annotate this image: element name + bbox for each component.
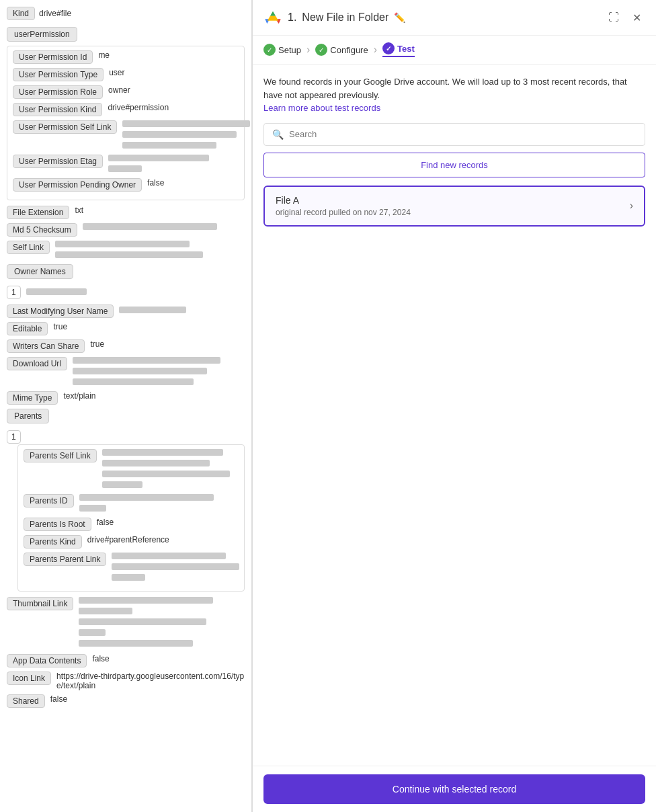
- learn-more-link[interactable]: Learn more about test records: [263, 103, 380, 113]
- icon-link-value: https://drive-thirdparty.googleuserconte…: [56, 672, 245, 690]
- user-permission-role-row: User Permission Role owner: [13, 85, 239, 99]
- user-permission-self-link-row: User Permission Self Link: [13, 120, 239, 151]
- step-test-label: Test: [397, 44, 415, 54]
- mime-type-value: text/plain: [63, 391, 95, 401]
- google-drive-logo: [263, 8, 282, 27]
- user-permission-role-value: owner: [108, 85, 130, 95]
- continue-button[interactable]: Continue with selected record: [263, 774, 645, 804]
- edit-icon[interactable]: ✏️: [394, 12, 405, 23]
- user-permission-kind-value: drive#permission: [108, 103, 169, 112]
- kind-value: drive#file: [39, 9, 71, 18]
- parents-kind-row: Parents Kind drive#parentReference: [24, 535, 239, 549]
- thumbnail-link-value: [79, 597, 213, 649]
- parents-is-root-label: Parents Is Root: [24, 518, 91, 531]
- self-link-label: Self Link: [7, 241, 50, 254]
- user-permission-kind-row: User Permission Kind drive#permission: [13, 103, 239, 116]
- owner-index: 1: [7, 286, 21, 299]
- record-card[interactable]: File A original record pulled on nov 27,…: [263, 186, 645, 227]
- shared-value: false: [50, 694, 67, 704]
- parents-tag: Parents: [7, 409, 49, 423]
- md5-label: Md 5 Checksum: [7, 223, 77, 237]
- parents-id-value: [79, 494, 214, 514]
- info-text: We found records in your Google Drive ac…: [263, 75, 645, 115]
- parents-index-row: 1 Parents Self Link Parents ID: [7, 432, 245, 592]
- parents-inner: Parents Self Link Parents ID: [17, 444, 245, 592]
- user-permission-kind-label: User Permission Kind: [13, 103, 102, 116]
- user-permission-section-tag: userPermission: [7, 27, 77, 42]
- icon-link-row: Icon Link https://drive-thirdparty.googl…: [7, 672, 245, 690]
- user-permission-id-row: User Permission Id me: [13, 50, 239, 64]
- user-permission-type-label: User Permission Type: [13, 68, 104, 81]
- writers-can-share-value: true: [90, 339, 104, 349]
- md5-row: Md 5 Checksum: [7, 223, 245, 237]
- app-data-row: App Data Contents false: [7, 654, 245, 667]
- app-data-value: false: [92, 654, 109, 663]
- writers-can-share-label: Writers Can Share: [7, 339, 85, 353]
- parents-id-row: Parents ID: [24, 494, 239, 514]
- steps-bar: ✓ Setup › ✓ Configure › ✓ Test: [253, 36, 656, 65]
- search-box: 🔍: [263, 123, 645, 146]
- step-setup: ✓ Setup: [263, 44, 301, 56]
- last-modifying-label: Last Modifying User Name: [7, 304, 114, 318]
- step-test: ✓ Test: [382, 42, 415, 57]
- file-extension-value: txt: [75, 206, 83, 215]
- parents-parent-link-value: [112, 553, 239, 583]
- kind-label: Kind: [7, 7, 35, 20]
- parents-id-label: Parents ID: [24, 494, 74, 508]
- download-url-row: Download Url: [7, 357, 245, 387]
- user-permission-etag-label: User Permission Etag: [13, 155, 103, 168]
- modal-content: We found records in your Google Drive ac…: [253, 65, 656, 766]
- owner-names-tag: Owner Names: [7, 264, 73, 279]
- parents-is-root-row: Parents Is Root false: [24, 518, 239, 531]
- self-link-row: Self Link: [7, 241, 245, 260]
- parents-index: 1: [7, 430, 21, 444]
- thumbnail-link-row: Thumbnail Link: [7, 597, 245, 649]
- parents-self-link-value: [102, 449, 230, 490]
- search-input[interactable]: [289, 129, 637, 139]
- step-divider-2: ›: [374, 44, 377, 56]
- shared-label: Shared: [7, 694, 45, 708]
- modal-title-row: 1. New File in Folder ✏️: [263, 8, 405, 27]
- download-url-value: [73, 357, 220, 387]
- shared-row: Shared false: [7, 694, 245, 708]
- thumbnail-link-label: Thumbnail Link: [7, 597, 73, 610]
- find-new-records-button[interactable]: Find new records: [263, 153, 645, 177]
- app-data-label: App Data Contents: [7, 654, 87, 667]
- parents-block: Parents 1 Parents Self Link Parents ID: [7, 409, 245, 592]
- owner-names-block: Owner Names 1: [7, 264, 245, 299]
- modal-step: 1.: [288, 11, 296, 24]
- mime-type-label: Mime Type: [7, 391, 58, 405]
- editable-row: Editable true: [7, 322, 245, 335]
- editable-label: Editable: [7, 322, 48, 335]
- record-name: File A: [276, 195, 411, 206]
- kind-row: Kind drive#file: [7, 7, 245, 20]
- user-permission-block: User Permission Id me User Permission Ty…: [7, 46, 245, 200]
- user-permission-id-value: me: [98, 50, 110, 60]
- self-link-value: [55, 241, 203, 260]
- mime-type-row: Mime Type text/plain: [7, 391, 245, 405]
- icon-link-label: Icon Link: [7, 672, 51, 685]
- step-divider-1: ›: [306, 44, 310, 56]
- download-url-label: Download Url: [7, 357, 67, 370]
- modal-title-text: New File in Folder: [302, 11, 388, 24]
- parents-self-link-label: Parents Self Link: [24, 449, 97, 462]
- user-permission-id-label: User Permission Id: [13, 50, 93, 64]
- user-permission-self-link-label: User Permission Self Link: [13, 120, 117, 134]
- close-button[interactable]: ✕: [628, 10, 645, 26]
- parents-is-root-value: false: [97, 518, 114, 527]
- record-info: File A original record pulled on nov 27,…: [276, 195, 411, 217]
- expand-button[interactable]: ⛶: [604, 10, 623, 25]
- editable-value: true: [53, 322, 67, 331]
- user-permission-self-link-value: [122, 120, 250, 151]
- modal-actions: ⛶ ✕: [604, 10, 645, 26]
- parents-parent-link-row: Parents Parent Link: [24, 553, 239, 583]
- parents-self-link-row: Parents Self Link: [24, 449, 239, 490]
- step-configure: ✓ Configure: [315, 44, 368, 56]
- record-meta: original record pulled on nov 27, 2024: [276, 208, 411, 217]
- step-test-check: ✓: [382, 42, 395, 54]
- step-configure-label: Configure: [330, 45, 368, 55]
- user-permission-type-value: user: [109, 68, 124, 77]
- step-configure-check: ✓: [315, 44, 327, 56]
- parents-kind-label: Parents Kind: [24, 535, 82, 549]
- file-extension-row: File Extension txt: [7, 206, 245, 219]
